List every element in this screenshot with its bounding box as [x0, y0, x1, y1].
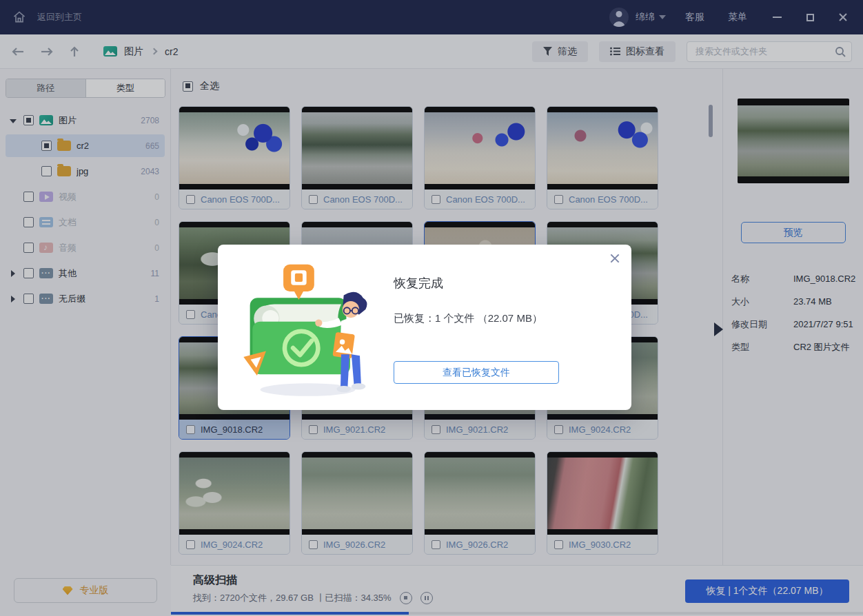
recovery-illustration — [230, 257, 385, 398]
dialog-title: 恢复完成 — [394, 275, 611, 291]
view-recovered-files-button[interactable]: 查看已恢复文件 — [394, 361, 559, 384]
dialog-message: 已恢复：1 个文件 （22.07 MB） — [394, 312, 611, 325]
dialog-close-icon[interactable] — [609, 253, 620, 264]
recovery-complete-dialog: 恢复完成 已恢复：1 个文件 （22.07 MB） 查看已恢复文件 — [218, 245, 631, 410]
